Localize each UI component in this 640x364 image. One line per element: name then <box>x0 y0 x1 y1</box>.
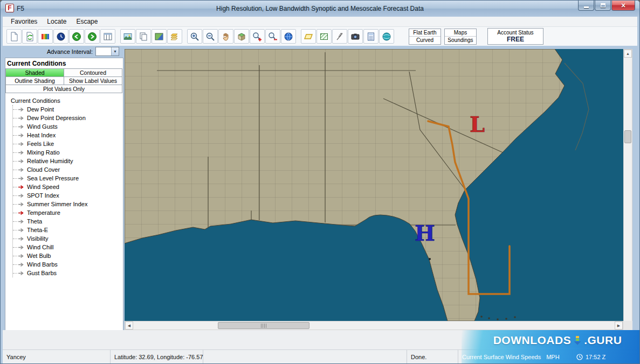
thumb-grip <box>261 324 266 328</box>
tree-item-temperature[interactable]: Temperature <box>13 208 122 217</box>
menu-escape[interactable]: Escape <box>71 17 102 26</box>
menu-bar: Favorites Locate Escape <box>3 17 637 27</box>
maps-soundings-toggle[interactable]: Maps Soundings <box>444 29 477 45</box>
account-status-label: Account Status <box>497 30 533 36</box>
layers-button[interactable] <box>167 29 182 44</box>
vertical-scrollbar[interactable]: ▲ ▼ <box>623 49 632 330</box>
refresh-button[interactable] <box>22 29 37 44</box>
tree-item-wind-speed[interactable]: Wind Speed <box>13 183 122 191</box>
curved-label[interactable]: Curved <box>409 37 441 44</box>
tree-item-summer-simmer-index[interactable]: Summer Simmer Index <box>13 200 122 208</box>
account-status-box: Account Status FREE <box>487 28 543 45</box>
menu-favorites[interactable]: Favorites <box>6 17 42 26</box>
maps-label[interactable]: Maps <box>445 29 476 37</box>
step-forward-button[interactable] <box>85 29 100 44</box>
plot-values-only-button[interactable]: Plot Values Only <box>5 85 122 93</box>
tree-item-label: Mixing Ratio <box>27 149 60 156</box>
satellite-image-button[interactable] <box>120 29 135 44</box>
high-pressure-marker: H <box>415 220 435 246</box>
pan-hand-button[interactable] <box>218 29 233 44</box>
tree-item-wind-barbs[interactable]: Wind Barbs <box>13 260 122 269</box>
zoom-in-button[interactable] <box>187 29 202 44</box>
tree-item-label: Dew Point <box>27 106 54 113</box>
legend-parallelogram-button[interactable] <box>301 29 316 44</box>
image-icon <box>123 32 133 41</box>
scroll-up-button[interactable]: ▲ <box>624 50 632 58</box>
calculator-button[interactable] <box>363 29 379 44</box>
camera-icon <box>350 32 360 41</box>
user-name: Yancey <box>6 354 26 360</box>
globe-rotate-icon <box>382 32 391 41</box>
arrow-icon-selected <box>18 211 25 215</box>
zoom-out-button[interactable] <box>203 29 218 44</box>
tree-item-relative-humidity[interactable]: Relative Humidity <box>13 157 122 165</box>
forecast-map[interactable]: L H <box>125 49 623 321</box>
parallelogram-icon <box>304 32 313 41</box>
vertical-scroll-thumb[interactable] <box>624 130 631 143</box>
low-pressure-marker: L <box>470 111 485 137</box>
scroll-right-button[interactable]: ▶ <box>615 321 623 330</box>
shaded-button[interactable]: Shaded <box>5 68 64 77</box>
show-label-values-button[interactable]: Show Label Values <box>64 76 122 85</box>
globe-button[interactable] <box>281 29 296 44</box>
tree-item-wind-gusts[interactable]: Wind Gusts <box>13 122 122 131</box>
soundings-label[interactable]: Soundings <box>445 37 476 44</box>
close-button[interactable]: × <box>611 1 635 11</box>
snapshot-camera-button[interactable] <box>348 29 363 44</box>
sidebar: Current Conditions Shaded Contoured Outl… <box>5 58 123 348</box>
step-back-button[interactable] <box>69 29 84 44</box>
chevron-down-icon[interactable]: ▼ <box>111 47 119 55</box>
map-overlay-icon <box>154 32 164 41</box>
tree-item-spot-index[interactable]: SPOT Index <box>13 191 122 200</box>
tree-item-label: SPOT Index <box>27 192 59 199</box>
magnify-increase-button[interactable] <box>250 29 265 44</box>
tree-item-heat-index[interactable]: Heat Index <box>13 131 122 139</box>
wind-barbs-icon <box>335 32 345 41</box>
tree-item-dew-point[interactable]: Dew Point <box>13 105 122 114</box>
tree-item-dew-point-depression[interactable]: Dew Point Depression <box>13 114 122 122</box>
contoured-button[interactable]: Contoured <box>64 68 122 77</box>
close-icon: × <box>621 2 625 9</box>
calculator-icon <box>366 32 376 41</box>
color-shading-button[interactable] <box>38 29 53 44</box>
menu-locate[interactable]: Locate <box>42 17 71 26</box>
clock-button[interactable] <box>53 29 68 44</box>
tree-item-wind-chill[interactable]: Wind Chill <box>13 243 122 251</box>
magnify-decrease-button[interactable] <box>265 29 280 44</box>
wind-barbs-button[interactable] <box>332 29 347 44</box>
view-3d-button[interactable] <box>234 29 249 44</box>
horizontal-scroll-thumb[interactable] <box>218 322 309 329</box>
tree-item-label: Visibility <box>27 235 49 242</box>
tree-item-sea-level-pressure[interactable]: Sea Level Pressure <box>13 174 122 183</box>
tree-item-gust-barbs[interactable]: Gust Barbs <box>13 269 122 277</box>
tree-item-theta[interactable]: Theta <box>13 217 122 226</box>
copy-button[interactable] <box>136 29 151 44</box>
outline-shading-button[interactable]: Outline Shading <box>5 76 64 85</box>
forward-arrow-icon <box>87 32 97 41</box>
magnify-plus-red-icon <box>252 32 262 41</box>
maximize-button[interactable] <box>595 1 611 11</box>
hatch-overlay-button[interactable] <box>316 29 332 44</box>
horizontal-scrollbar[interactable]: ◀ ▶ <box>125 321 623 330</box>
tree-item-mixing-ratio[interactable]: Mixing Ratio <box>13 148 122 157</box>
flat-earth-toggle[interactable]: Flat Earth Curved <box>409 29 441 45</box>
globe-rotate-button[interactable] <box>379 29 394 44</box>
scroll-left-button[interactable]: ◀ <box>125 321 133 330</box>
tree-item-feels-like[interactable]: Feels Like <box>13 139 122 148</box>
tree-item-wet-bulb[interactable]: Wet Bulb <box>13 251 122 260</box>
tree-item-cloud-cover[interactable]: Cloud Cover <box>13 165 122 174</box>
minimize-button[interactable] <box>578 1 594 11</box>
tree-item-theta-e[interactable]: Theta-E <box>13 226 122 234</box>
clock-icon <box>56 32 66 41</box>
new-file-icon <box>9 32 19 41</box>
tree-root[interactable]: Current Conditions <box>8 96 122 105</box>
flat-earth-label[interactable]: Flat Earth <box>409 29 441 37</box>
data-table-button[interactable] <box>100 29 115 44</box>
arrow-icon <box>18 124 25 129</box>
map-overlay-button[interactable] <box>152 29 167 44</box>
new-file-button[interactable] <box>6 29 22 44</box>
advance-interval-select[interactable]: ▼ <box>95 47 119 56</box>
arrow-icon <box>18 167 25 172</box>
copy-icon <box>139 32 148 41</box>
tree-item-visibility[interactable]: Visibility <box>13 234 122 243</box>
